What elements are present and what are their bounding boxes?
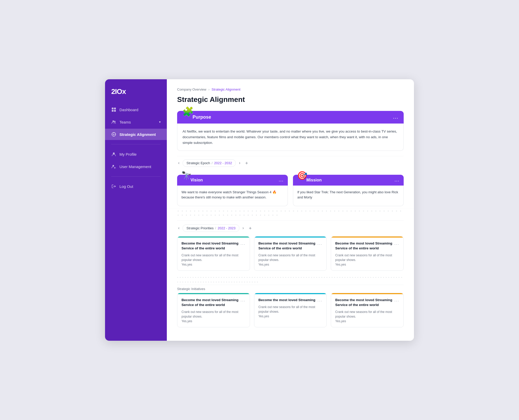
mission-text: If you liked Star Trek: The next Generat… bbox=[297, 190, 399, 200]
vision-header: Vision ... bbox=[177, 175, 288, 186]
grid-icon bbox=[111, 107, 116, 112]
initiative-card-1: Become the most loved Streaming Service … bbox=[177, 293, 250, 327]
initiative-card-header-row-2: Become the most loved Streaming ... bbox=[258, 298, 323, 305]
app-container: 2IOx Dashboard bbox=[105, 79, 414, 340]
priority-menu-button-1[interactable]: ... bbox=[240, 241, 245, 246]
svg-point-9 bbox=[113, 165, 114, 167]
initiatives-label: Strategic Initiatives bbox=[177, 285, 404, 291]
vision-text: We want to make everyone watch Stranger … bbox=[181, 190, 283, 200]
priority-card-2: Become the most loved Streaming Service … bbox=[254, 236, 327, 271]
epoch-prev-button[interactable]: ‹ bbox=[177, 160, 180, 166]
priority-card-title-3: Become the most loved Streaming Service … bbox=[335, 241, 394, 251]
initiative-card-2: Become the most loved Streaming ... Cran… bbox=[254, 293, 327, 327]
epoch-next-button[interactable]: › bbox=[238, 160, 241, 166]
epoch-years: 2022 - 2032 bbox=[214, 161, 232, 165]
epoch-add-button[interactable]: ＋ bbox=[243, 159, 250, 167]
initiative-card-title-3: Become the most loved Streaming Service … bbox=[335, 298, 394, 308]
priorities-add-button[interactable]: ＋ bbox=[247, 224, 254, 232]
vision-emoji: 🔭 bbox=[181, 171, 192, 180]
svg-rect-1 bbox=[114, 108, 116, 109]
sidebar-item-dashboard[interactable]: Dashboard bbox=[105, 104, 167, 115]
svg-point-7 bbox=[113, 134, 114, 135]
sidebar-item-label: Strategic Alignment bbox=[119, 132, 156, 137]
epoch-label: Strategic Epoch bbox=[186, 161, 210, 165]
initiative-card-body-2: Become the most loved Streaming ... Cran… bbox=[254, 294, 327, 322]
sidebar-divider bbox=[111, 144, 161, 144]
initiative-menu-button-2[interactable]: ... bbox=[317, 298, 322, 302]
breadcrumb-parent: Company Overview bbox=[177, 87, 206, 91]
priorities-label: Strategic Priorities bbox=[186, 226, 213, 230]
purpose-body: At Netflix, we want to entertain the wor… bbox=[177, 124, 404, 151]
purpose-section: 🧩 Purpose ... At Netflix, we want to ent… bbox=[177, 111, 404, 151]
mission-body: If you liked Star Trek: The next Generat… bbox=[293, 186, 404, 206]
purpose-menu-button[interactable]: ... bbox=[393, 115, 399, 120]
initiative-cards-row: Become the most loved Streaming Service … bbox=[177, 293, 404, 327]
priorities-next-button[interactable]: › bbox=[241, 225, 245, 231]
compass-icon bbox=[111, 132, 116, 137]
breadcrumb-separator: › bbox=[208, 87, 209, 91]
vision-section: 🔭 Vision ... We want to make everyone wa… bbox=[177, 175, 288, 206]
initiative-card-text-1: Crank out new seasons for all of the mos… bbox=[181, 310, 246, 323]
sidebar-item-my-profile[interactable]: My Profile bbox=[105, 148, 167, 160]
initiative-card-text-2: Crank out new seasons for all of the mos… bbox=[258, 305, 323, 319]
mission-section: 🎯 Mission ... If you liked Star Trek: Th… bbox=[293, 175, 404, 206]
priority-card-title-2: Become the most loved Streaming Service … bbox=[258, 241, 317, 251]
priority-card-text-3: Crank out new seasons for all of the mos… bbox=[335, 253, 399, 267]
users-mgmt-icon bbox=[111, 164, 116, 169]
priority-card-3: Become the most loved Streaming Service … bbox=[331, 236, 404, 271]
priorities-pill[interactable]: Strategic Priorities / 2022 - 2023 bbox=[183, 224, 239, 232]
mission-menu-button[interactable]: ... bbox=[395, 178, 400, 182]
initiative-card-body-1: Become the most loved Streaming Service … bbox=[177, 294, 250, 327]
priority-card-1: Become the most loved Streaming Service … bbox=[177, 236, 250, 271]
initiative-card-title-1: Become the most loved Streaming Service … bbox=[181, 298, 240, 308]
priority-cards-row: Become the most loved Streaming Service … bbox=[177, 236, 404, 271]
breadcrumb-current: Strategic Alignment bbox=[212, 87, 240, 91]
sidebar-item-label: User Management bbox=[119, 164, 151, 169]
sidebar: 2IOx Dashboard bbox=[105, 79, 167, 340]
priorities-prev-button[interactable]: ‹ bbox=[177, 225, 180, 231]
sidebar-item-label: My Profile bbox=[119, 152, 137, 156]
initiative-card-header-row-3: Become the most loved Streaming Service … bbox=[335, 298, 399, 310]
sidebar-item-label: Teams bbox=[119, 120, 131, 124]
sidebar-item-log-out[interactable]: Log Out bbox=[105, 181, 167, 192]
purpose-text: At Netflix, we want to entertain the wor… bbox=[183, 129, 398, 145]
initiative-card-3: Become the most loved Streaming Service … bbox=[331, 293, 404, 327]
sidebar-item-teams[interactable]: Teams ▾ bbox=[105, 116, 167, 128]
mission-title: Mission bbox=[306, 178, 322, 182]
priorities-years: 2022 - 2023 bbox=[218, 226, 235, 230]
epoch-bar: ‹ Strategic Epoch / 2022 - 2032 › ＋ bbox=[177, 156, 404, 170]
priority-card-text-2: Crank out new seasons for all of the mos… bbox=[258, 253, 323, 267]
svg-point-5 bbox=[114, 121, 116, 122]
priority-card-title-1: Become the most loved Streaming Service … bbox=[181, 241, 240, 251]
svg-point-8 bbox=[113, 153, 115, 154]
initiative-card-text-3: Crank out new seasons for all of the mos… bbox=[335, 310, 399, 323]
svg-rect-2 bbox=[112, 110, 114, 112]
sidebar-item-user-management[interactable]: User Management bbox=[105, 161, 167, 172]
initiative-card-header-row-1: Become the most loved Streaming Service … bbox=[181, 298, 246, 310]
priority-card-body-2: Become the most loved Streaming Service … bbox=[254, 238, 327, 270]
vision-body: We want to make everyone watch Stranger … bbox=[177, 186, 288, 206]
vision-mission-row: 🔭 Vision ... We want to make everyone wa… bbox=[177, 175, 404, 206]
logo: 2IOx bbox=[105, 87, 167, 104]
sidebar-item-label: Dashboard bbox=[119, 108, 138, 112]
svg-point-4 bbox=[113, 120, 114, 122]
mission-header: Mission ... bbox=[293, 175, 404, 186]
purpose-header: Purpose ... bbox=[177, 111, 404, 124]
priority-menu-button-2[interactable]: ... bbox=[317, 241, 322, 246]
priority-menu-button-3[interactable]: ... bbox=[394, 241, 399, 246]
epoch-pill[interactable]: Strategic Epoch / 2022 - 2032 bbox=[183, 159, 236, 167]
initiative-menu-button-1[interactable]: ... bbox=[240, 298, 245, 302]
vision-menu-button[interactable]: ... bbox=[279, 178, 284, 182]
main-content: Company Overview › Strategic Alignment S… bbox=[167, 79, 414, 340]
svg-rect-0 bbox=[112, 108, 114, 109]
sidebar-divider-2 bbox=[111, 176, 161, 177]
priority-card-header-row-2: Become the most loved Streaming Service … bbox=[258, 241, 323, 253]
sidebar-item-strategic-alignment[interactable]: Strategic Alignment bbox=[105, 129, 167, 140]
priority-card-body-1: Become the most loved Streaming Service … bbox=[177, 238, 250, 270]
sidebar-nav: Dashboard Teams ▾ bbox=[105, 104, 167, 192]
priority-card-body-3: Become the most loved Streaming Service … bbox=[331, 238, 403, 270]
priority-card-header-row-1: Become the most loved Streaming Service … bbox=[181, 241, 246, 253]
connector-area-1: for(let i=0;i<80;i++) document.write('<s… bbox=[167, 208, 414, 217]
initiative-menu-button-3[interactable]: ... bbox=[394, 298, 399, 302]
priority-card-header-row-3: Become the most loved Streaming Service … bbox=[335, 241, 399, 253]
